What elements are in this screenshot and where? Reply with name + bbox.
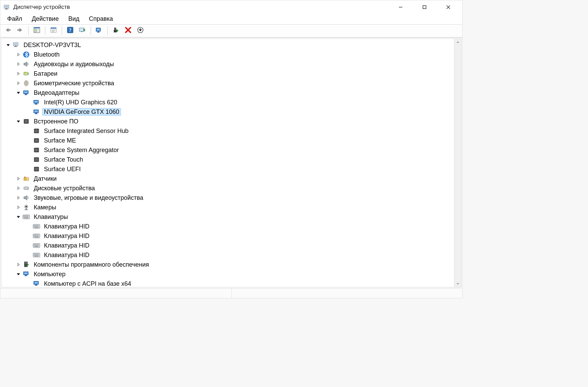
tree-node[interactable]: Surface Touch [1, 155, 454, 164]
toolbar-scan-changes-button[interactable] [135, 26, 146, 35]
expand-icon[interactable] [16, 61, 21, 67]
svg-rect-40 [34, 101, 38, 103]
svg-rect-72 [35, 149, 38, 151]
tree-node[interactable]: Аудиовходы и аудиовыходы [1, 59, 454, 69]
expand-icon[interactable] [16, 176, 21, 181]
svg-rect-142 [34, 244, 34, 245]
svg-rect-21 [97, 29, 100, 31]
tree-node[interactable]: Встроенное ПО [1, 117, 454, 126]
tree-node[interactable]: Клавиатура HID [1, 241, 454, 250]
maximize-button[interactable] [413, 1, 436, 14]
tree-node[interactable]: Биометрические устройства [1, 78, 454, 88]
content-area: DESKTOP-VP3VT3LBluetoothАудиовходы и ауд… [0, 38, 462, 288]
toolbar-disable-device-button[interactable] [123, 26, 134, 35]
scroll-down-arrow[interactable] [454, 280, 461, 287]
toolbar-show-hide-tree-button[interactable] [31, 26, 42, 35]
device-tree[interactable]: DESKTOP-VP3VT3LBluetoothАудиовходы и ауд… [1, 39, 454, 287]
tree-node[interactable]: Bluetooth [1, 50, 454, 59]
tree-node[interactable]: Батареи [1, 69, 454, 78]
svg-rect-174 [35, 285, 37, 286]
svg-rect-145 [37, 244, 37, 245]
expand-icon[interactable] [16, 205, 21, 210]
tree-node[interactable]: Surface System Aggregator [1, 145, 454, 155]
tree-node[interactable]: Видеоадаптеры [1, 88, 454, 98]
tree-node[interactable]: Компьютер с ACPI на базе x64 [1, 279, 454, 287]
tree-node[interactable]: Камеры [1, 203, 454, 212]
svg-rect-164 [34, 256, 38, 256]
svg-rect-25 [114, 28, 116, 30]
tree-node[interactable]: Surface ME [1, 136, 454, 145]
uninstall-icon [112, 27, 119, 34]
toolbar-back-button[interactable] [2, 26, 13, 35]
app-icon [3, 4, 10, 11]
collapse-icon[interactable] [16, 119, 21, 124]
tree-node[interactable]: Компьютер [1, 269, 454, 279]
svg-rect-156 [36, 254, 36, 254]
svg-rect-123 [34, 226, 34, 227]
collapse-icon[interactable] [16, 214, 21, 220]
svg-rect-168 [24, 272, 28, 274]
svg-rect-113 [26, 217, 26, 217]
expand-icon[interactable] [16, 262, 21, 267]
toolbar-help-button[interactable]: ? [65, 26, 76, 35]
svg-rect-41 [35, 103, 37, 104]
svg-rect-130 [34, 235, 34, 235]
statusbar-cell-2 [232, 288, 463, 298]
computer-root-icon [12, 41, 20, 49]
help-icon: ? [67, 27, 74, 35]
tree-node[interactable]: Клавиатура HID [1, 250, 454, 260]
collapse-icon[interactable] [16, 271, 21, 277]
menu-action[interactable]: Действие [27, 14, 63, 24]
expand-icon[interactable] [16, 71, 21, 76]
expand-icon[interactable] [16, 195, 21, 200]
svg-rect-6 [17, 29, 20, 31]
tree-node[interactable]: Surface UEFI [1, 164, 454, 174]
toolbar-action-scan-button[interactable] [77, 26, 88, 35]
tree-node[interactable]: Клавиатура HID [1, 231, 454, 241]
toolbar-properties-button[interactable] [48, 26, 59, 35]
collapse-icon[interactable] [5, 42, 11, 48]
arrow-right-icon [16, 27, 24, 34]
vertical-scrollbar[interactable] [454, 39, 461, 287]
tree-node[interactable]: Intel(R) UHD Graphics 620 [1, 98, 454, 107]
tree-node[interactable]: Компоненты программного обеспечения [1, 260, 454, 269]
svg-rect-132 [36, 235, 36, 235]
scroll-up-arrow[interactable] [454, 39, 461, 46]
svg-rect-131 [35, 235, 35, 235]
tree-node[interactable]: Звуковые, игровые и видеоустройства [1, 193, 454, 203]
svg-rect-64 [35, 139, 38, 142]
expand-icon[interactable] [16, 52, 21, 57]
svg-rect-151 [38, 245, 38, 246]
firmware-icon [22, 118, 30, 125]
collapse-icon[interactable] [16, 90, 21, 95]
tree-node[interactable]: Клавиатура HID [1, 222, 454, 231]
toolbar-update-driver-button[interactable] [94, 26, 105, 35]
toolbar-forward-button[interactable] [15, 26, 26, 35]
menu-file[interactable]: Файл [2, 14, 27, 24]
firmware-icon [33, 165, 40, 173]
svg-rect-28 [14, 44, 17, 45]
menu-help[interactable]: Справка [84, 14, 118, 24]
expand-icon[interactable] [16, 185, 21, 191]
tree-node-label: Камеры [32, 204, 58, 211]
expand-icon[interactable] [16, 80, 21, 86]
minimize-button[interactable] [389, 1, 413, 14]
tree-node[interactable]: Датчики [1, 174, 454, 183]
svg-point-97 [27, 178, 28, 180]
svg-rect-48 [25, 120, 28, 123]
titlebar: Диспетчер устройств [0, 0, 462, 14]
toolbar-uninstall-device-button[interactable] [110, 26, 121, 35]
svg-rect-121 [37, 225, 37, 226]
tree-node[interactable]: Surface Integrated Sensor Hub [1, 126, 454, 136]
tree-node[interactable]: Клавиатуры [1, 212, 454, 222]
close-button[interactable] [436, 1, 460, 14]
menu-view[interactable]: Вид [63, 14, 84, 24]
tree-node[interactable]: Дисковые устройства [1, 183, 454, 193]
svg-rect-125 [36, 226, 36, 227]
audio-icon [22, 194, 30, 202]
svg-rect-111 [24, 217, 24, 217]
svg-rect-112 [25, 217, 25, 217]
scroll-track[interactable] [454, 46, 461, 280]
tree-node[interactable]: NVIDIA GeForce GTX 1060 [1, 107, 454, 117]
tree-node[interactable]: DESKTOP-VP3VT3L [1, 40, 454, 50]
